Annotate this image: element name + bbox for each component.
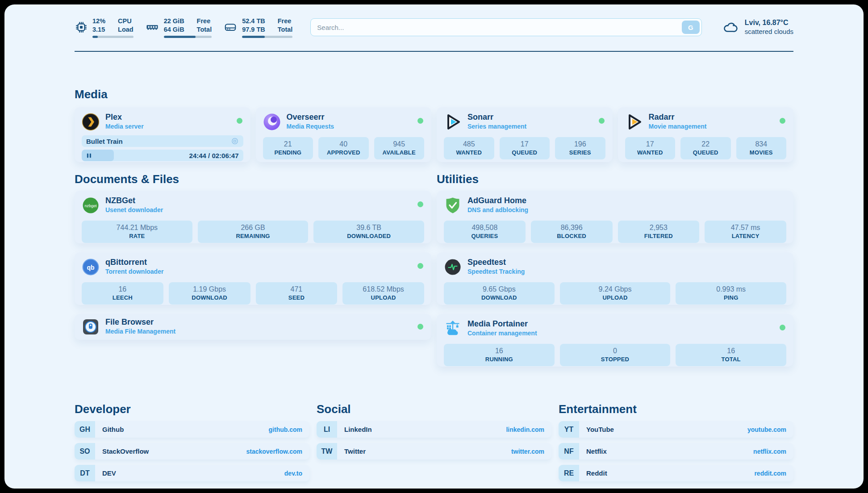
app-subtitle: Container management <box>467 329 537 338</box>
stat-available: 945AVAILABLE <box>374 137 425 159</box>
app-title: NZBGet <box>105 196 163 205</box>
stat-blocked: 86,396BLOCKED <box>531 221 613 243</box>
app-title: Plex <box>105 113 144 122</box>
bookmark-twitter[interactable]: TW Twitter twitter.com <box>317 443 551 460</box>
bookmark-abbr: GH <box>75 421 95 438</box>
app-card-overseerr[interactable]: Overseerr Media Requests 21PENDING 40APP… <box>256 107 432 162</box>
stat-download: 1.19 GbpsDOWNLOAD <box>169 282 250 305</box>
app-subtitle: Media server <box>105 122 144 131</box>
pause-icon <box>86 153 92 159</box>
bookmark-url: stackoverflow.com <box>246 448 302 455</box>
speedtest-icon <box>444 258 462 276</box>
search-input[interactable] <box>310 18 701 36</box>
stat-rate: 744.21 MbpsRATE <box>82 221 192 243</box>
svg-text:qb: qb <box>87 264 94 271</box>
ram-stat: 22 GiB 64 GiB Free Total <box>145 17 212 38</box>
bookmark-stackoverflow[interactable]: SO StackOverflow stackoverflow.com <box>75 443 309 460</box>
bookmark-url: dev.to <box>284 470 302 477</box>
bookmark-reddit[interactable]: RE Reddit reddit.com <box>559 465 793 481</box>
bookmark-dev[interactable]: DT DEV dev.to <box>75 465 309 481</box>
stat-seed: 471SEED <box>256 282 338 305</box>
weather-widget: Lviv, 16.87°C scattered clouds <box>720 18 793 36</box>
app-card-speedtest[interactable]: Speedtest Speedtest Tracking 9.65 GbpsDO… <box>437 252 793 305</box>
status-dot <box>780 118 785 124</box>
app-card-plex[interactable]: Plex Media server Bullet Train <box>75 107 250 162</box>
bookmark-github[interactable]: GH Github github.com <box>75 421 309 438</box>
app-card-portainer[interactable]: Media Portainer Container management 16R… <box>437 314 793 367</box>
bookmark-url: twitter.com <box>511 448 544 455</box>
app-card-qbittorrent[interactable]: qb qBittorrent Torrent downloader 16LEEC… <box>75 252 431 305</box>
stat-upload: 618.52 MbpsUPLOAD <box>342 282 424 305</box>
sonarr-icon <box>444 113 462 131</box>
filebrowser-icon <box>82 318 100 336</box>
app-title: Media Portainer <box>467 319 537 329</box>
app-title: Sonarr <box>467 113 526 122</box>
status-dot <box>417 201 423 207</box>
bookmark-name: Netflix <box>586 447 607 455</box>
ram-total: 64 GiB <box>164 25 184 34</box>
playback-progress: 24:44 / 02:06:47 <box>82 150 243 161</box>
status-dot <box>417 324 423 330</box>
disk-free: 52.4 TB <box>242 17 265 25</box>
app-card-nzbget[interactable]: nzbget NZBGet Usenet downloader 744.21 M… <box>75 191 431 243</box>
weather-location-temp: Lviv, 16.87°C <box>745 18 793 27</box>
stat-download: 9.65 GbpsDOWNLOAD <box>444 282 555 305</box>
disk-total: 97.9 TB <box>242 25 265 34</box>
app-card-sonarr[interactable]: Sonarr Series management 485WANTED 17QUE… <box>437 107 613 162</box>
section-heading-social: Social <box>317 403 551 415</box>
section-heading-documents: Documents & Files <box>75 173 431 185</box>
disk-stat: 52.4 TB 97.9 TB Free Total <box>223 17 292 38</box>
cpu-progressbar <box>92 36 134 38</box>
stat-ping: 0.993 msPING <box>676 282 786 305</box>
bookmark-netflix[interactable]: NF Netflix netflix.com <box>559 443 793 460</box>
bookmark-name: StackOverflow <box>102 447 149 455</box>
playback-time: 24:44 / 02:06:47 <box>189 152 239 159</box>
system-stats: 12% 3.15 CPU Load <box>75 17 292 38</box>
now-playing-title: Bullet Train <box>86 138 123 145</box>
cpu-label2: Load <box>118 25 134 34</box>
media-cards-row: Plex Media server Bullet Train <box>75 107 793 162</box>
ram-label: Free <box>197 17 212 25</box>
app-subtitle: Torrent downloader <box>105 267 163 276</box>
session-icon[interactable] <box>231 137 239 145</box>
bookmark-abbr: YT <box>559 421 579 438</box>
bookmarks-developer: Developer GH Github github.com SO StackO… <box>75 403 309 487</box>
plex-icon <box>82 113 100 131</box>
bookmarks-entertainment: Entertainment YT YouTube youtube.com NF … <box>559 403 793 487</box>
stat-queued: 17QUEUED <box>500 137 550 159</box>
bookmark-youtube[interactable]: YT YouTube youtube.com <box>559 421 793 438</box>
bookmark-name: Reddit <box>586 469 607 477</box>
section-heading-developer: Developer <box>75 403 309 415</box>
app-title: AdGuard Home <box>467 196 528 205</box>
app-card-filebrowser[interactable]: File Browser Media File Management <box>75 314 431 340</box>
bookmark-url: github.com <box>269 426 302 433</box>
app-card-adguard[interactable]: AdGuard Home DNS and adblocking 498,508Q… <box>437 191 793 243</box>
bookmark-linkedin[interactable]: LI LinkedIn linkedin.com <box>317 421 551 438</box>
disk-icon <box>223 21 238 34</box>
app-subtitle: Speedtest Tracking <box>467 267 525 276</box>
disk-label2: Total <box>278 25 293 34</box>
app-subtitle: Media Requests <box>287 122 334 131</box>
ram-label2: Total <box>197 25 212 34</box>
section-heading-entertainment: Entertainment <box>559 403 793 415</box>
app-card-radarr[interactable]: Radarr Movie management 17WANTED 22QUEUE… <box>618 107 794 162</box>
radarr-icon <box>625 113 643 131</box>
stat-pending: 21PENDING <box>263 137 313 159</box>
utilities-column: Utilities AdGuard Home DNS and adblockin… <box>437 173 793 376</box>
bookmark-name: Github <box>102 426 124 433</box>
bookmark-url: reddit.com <box>754 470 786 477</box>
bookmark-abbr: DT <box>75 465 95 481</box>
stat-stopped: 0STOPPED <box>560 344 671 366</box>
bookmarks-social: Social LI LinkedIn linkedin.com TW Twitt… <box>317 403 551 487</box>
stat-approved: 40APPROVED <box>318 137 369 159</box>
bookmark-abbr: TW <box>317 443 337 460</box>
stat-movies: 834MOVIES <box>736 137 787 159</box>
bookmark-name: Twitter <box>344 447 366 455</box>
dashboard-page: 12% 3.15 CPU Load <box>4 4 864 489</box>
cpu-stat: 12% 3.15 CPU Load <box>75 17 134 38</box>
bookmark-abbr: SO <box>75 443 95 460</box>
bookmark-url: youtube.com <box>747 426 786 433</box>
search-engine-button[interactable]: G <box>682 21 700 34</box>
ram-progressbar <box>164 36 212 38</box>
stat-latency: 47.57 msLATENCY <box>705 221 786 243</box>
